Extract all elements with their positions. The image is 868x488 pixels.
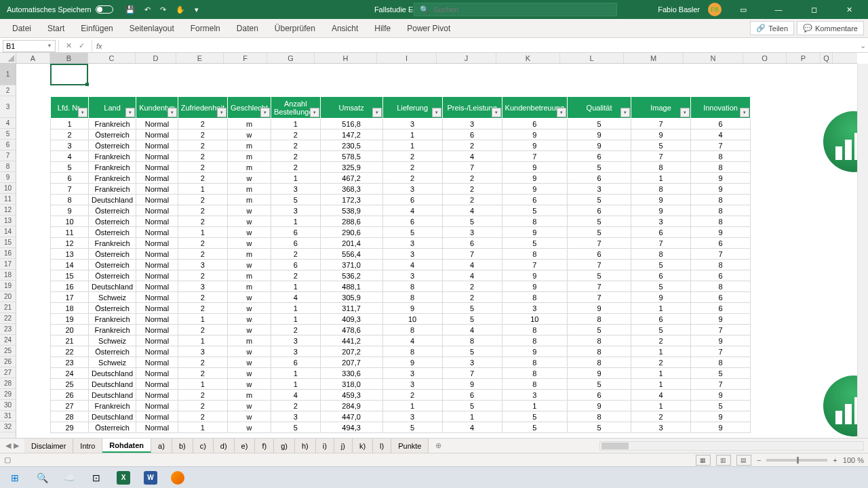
ribbon-tab-formeln[interactable]: Formeln	[182, 19, 229, 37]
row-header[interactable]: 18	[0, 270, 16, 281]
table-cell[interactable]: 1	[178, 422, 227, 433]
table-cell[interactable]: 201,4	[320, 238, 382, 249]
table-cell[interactable]: Normal	[136, 151, 178, 162]
table-cell[interactable]: Frankreich	[89, 151, 136, 162]
table-cell[interactable]: 2	[442, 173, 502, 184]
filter-icon[interactable]: ▾	[620, 108, 630, 117]
table-cell[interactable]: 1	[631, 368, 691, 379]
excel-taskbar-icon[interactable]: X	[111, 468, 136, 487]
table-cell[interactable]: 9	[631, 129, 691, 140]
table-cell[interactable]: 8	[442, 336, 502, 346]
table-cell[interactable]: Deutschland	[89, 368, 136, 379]
table-cell[interactable]: 7	[691, 140, 751, 151]
table-cell[interactable]: Normal	[136, 357, 178, 368]
table-cell[interactable]: 8	[382, 292, 442, 303]
table-cell[interactable]: 3	[382, 368, 442, 379]
table-row[interactable]: 6FrankreichNormal2w1467,2229619	[51, 173, 751, 184]
table-cell[interactable]: w	[227, 401, 271, 411]
table-cell[interactable]: 8	[691, 162, 751, 173]
table-cell[interactable]: 1	[51, 119, 89, 129]
qat-more-icon[interactable]: ▾	[195, 5, 199, 14]
table-row[interactable]: 19FrankreichNormal1w1409,310510869	[51, 314, 751, 325]
table-cell[interactable]: 2	[271, 151, 321, 162]
table-row[interactable]: 29ÖsterreichNormal1w5494,3545539	[51, 422, 751, 433]
table-cell[interactable]: 3	[178, 346, 227, 357]
table-cell[interactable]: 4	[442, 325, 502, 336]
table-cell[interactable]: 4	[442, 205, 502, 216]
table-cell[interactable]: 2	[382, 173, 442, 184]
table-cell[interactable]: 8	[631, 249, 691, 260]
page-break-view-button[interactable]: ▤	[736, 455, 751, 466]
table-cell[interactable]: 20	[51, 325, 89, 336]
table-cell[interactable]: 2	[442, 281, 502, 292]
table-cell[interactable]: 2	[631, 336, 691, 346]
table-cell[interactable]: 21	[51, 336, 89, 346]
column-header[interactable]: N	[684, 53, 743, 63]
table-cell[interactable]: Normal	[136, 162, 178, 173]
vertical-scrollbar[interactable]	[857, 64, 868, 438]
table-cell[interactable]: 1	[271, 379, 321, 390]
table-row[interactable]: 11ÖsterreichNormal1w6290,6539569	[51, 227, 751, 238]
table-cell[interactable]: 1	[178, 379, 227, 390]
filter-icon[interactable]: ▾	[680, 108, 690, 117]
start-button[interactable]: ⊞	[3, 468, 27, 487]
table-cell[interactable]: Normal	[136, 119, 178, 129]
ribbon-tab-seitenlayout[interactable]: Seitenlayout	[121, 19, 182, 37]
sheet-tab[interactable]: Intro	[73, 439, 102, 453]
table-cell[interactable]: 3	[442, 227, 502, 238]
table-cell[interactable]: w	[227, 422, 271, 433]
table-cell[interactable]: w	[227, 325, 271, 336]
table-cell[interactable]: 5	[568, 195, 631, 205]
minimize-button[interactable]: —	[765, 0, 792, 19]
table-row[interactable]: 18ÖsterreichNormal2w1311,7953916	[51, 303, 751, 314]
table-cell[interactable]: 3	[631, 422, 691, 433]
row-header[interactable]: 3	[0, 96, 16, 118]
table-cell[interactable]: 2	[178, 129, 227, 140]
table-cell[interactable]: 2	[271, 249, 321, 260]
sheet-tab[interactable]: Rohdaten	[102, 439, 151, 453]
table-cell[interactable]: 6	[568, 390, 631, 401]
table-cell[interactable]: 7	[568, 292, 631, 303]
table-cell[interactable]: 6	[691, 119, 751, 129]
search-taskbar-icon[interactable]: 🔍	[30, 468, 54, 487]
table-header[interactable]: Land▾	[89, 97, 136, 119]
table-cell[interactable]: 2	[178, 216, 227, 227]
table-cell[interactable]: 27	[51, 401, 89, 411]
table-cell[interactable]: 16	[51, 281, 89, 292]
table-cell[interactable]: 9	[502, 140, 567, 151]
table-cell[interactable]: 6	[442, 129, 502, 140]
table-cell[interactable]: Normal	[136, 401, 178, 411]
table-cell[interactable]: 5	[568, 227, 631, 238]
table-row[interactable]: 2ÖsterreichNormal2w2147,2169994	[51, 129, 751, 140]
table-cell[interactable]: Normal	[136, 173, 178, 184]
table-cell[interactable]: 5	[631, 140, 691, 151]
table-cell[interactable]: 8	[382, 281, 442, 292]
table-cell[interactable]: 6	[51, 173, 89, 184]
table-cell[interactable]: m	[227, 336, 271, 346]
table-header[interactable]: Geschlecht▾	[227, 97, 271, 119]
table-cell[interactable]: 447,0	[320, 411, 382, 422]
table-cell[interactable]: Normal	[136, 303, 178, 314]
table-cell[interactable]: 10	[502, 314, 567, 325]
table-cell[interactable]: m	[227, 162, 271, 173]
table-header[interactable]: Kundenbetreuung▾	[502, 97, 567, 119]
row-header[interactable]: 17	[0, 259, 16, 270]
table-cell[interactable]: 9	[691, 336, 751, 346]
table-cell[interactable]: Normal	[136, 129, 178, 140]
table-cell[interactable]: 4	[51, 151, 89, 162]
column-header[interactable]: Q	[821, 53, 833, 63]
table-cell[interactable]: 8	[691, 260, 751, 270]
table-cell[interactable]: Normal	[136, 140, 178, 151]
table-cell[interactable]: 4	[382, 260, 442, 270]
table-header[interactable]: Zufriedenheit▾	[178, 97, 227, 119]
table-cell[interactable]: 9	[631, 292, 691, 303]
table-cell[interactable]: 10	[51, 216, 89, 227]
table-cell[interactable]: 2	[178, 325, 227, 336]
table-cell[interactable]: 5	[568, 379, 631, 390]
comments-button[interactable]: 💬 Kommentare	[797, 21, 864, 35]
table-row[interactable]: 5FrankreichNormal2m2325,9279588	[51, 162, 751, 173]
table-cell[interactable]: 2	[178, 368, 227, 379]
table-cell[interactable]: 3	[271, 336, 321, 346]
table-cell[interactable]: 9	[568, 368, 631, 379]
table-header[interactable]: Anzahl Bestellungen▾	[271, 97, 321, 119]
